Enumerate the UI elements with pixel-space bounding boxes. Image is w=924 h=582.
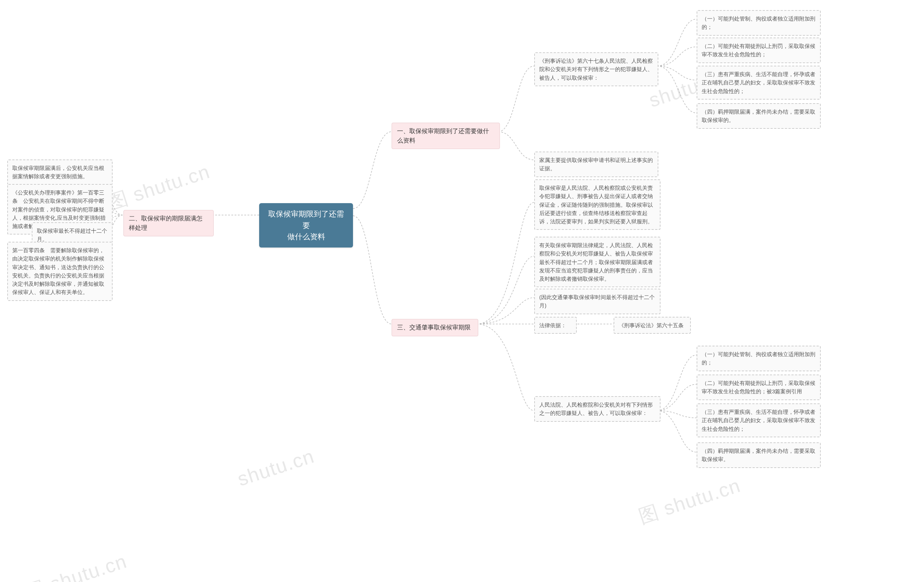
leaf-l3-text: 取保候审最长不得超过十二个月。 [37, 228, 107, 242]
leaf-b3c5-4: （四）羁押期限届满，案件尚未办结，需要采取取保候审。 [696, 442, 821, 468]
leaf-b1c1-1: （一）可能判处管制、拘役或者独立适用附加刑的； [696, 10, 821, 36]
leaf-b3c1: 取保候审是人民法院、人民检察院或公安机关责令犯罪嫌疑人、刑事被告人提出保证人或者… [534, 179, 660, 230]
leaf-b3c3: (因此交通肇事取保候审时间最长不得超过十二个月) [534, 289, 660, 314]
leaf-b1c1-2: （二）可能判处有期徒刑以上刑罚，采取取保候审不致发生社会危险性的； [696, 38, 821, 63]
branch-1-label: 一、取保候审期限到了还需要做什 么资料 [397, 127, 495, 145]
watermark: 图 shutu.cn [21, 548, 130, 582]
leaf-l4-text: 第一百零四条 需要解除取保候审的，由决定取保候审的机关制作解除取保候审决定书、通… [12, 247, 104, 295]
leaf-b3c5-1-text: （一）可能判处管制、拘役或者独立适用附加刑的； [702, 351, 815, 366]
leaf-b3c4-1-text: 《刑事诉讼法》第六十五条 [619, 322, 684, 328]
leaf-b1c1-text: 《刑事诉讼法》第六十七条人民法院、人民检察院和公安机关对有下列情形之一的犯罪嫌疑… [539, 58, 653, 81]
leaf-b1c2-text: 家属主要提供取保候审申请书和证明上述事实的证据。 [539, 157, 653, 171]
leaf-b1c1-4-text: （四）羁押期限届满，案件尚未办结，需要采取取保候审的。 [702, 109, 815, 123]
leaf-b1c1: 《刑事诉讼法》第六十七条人民法院、人民检察院和公安机关对有下列情形之一的犯罪嫌疑… [534, 52, 658, 86]
leaf-b3c5-2-text: （二）可能判处有期徒刑以上刑罚，采取取保候审不致发生社会危险性的；被3篇案例引用 [702, 380, 815, 394]
leaf-b1c1-3-text: （三）患有严重疾病、生活不能自理，怀孕或者正在哺乳自己婴儿的妇女，采取取保候审不… [702, 71, 815, 94]
leaf-b3c1-text: 取保候审是人民法院、人民检察院或公安机关责令犯罪嫌疑人、刑事被告人提出保证人或者… [539, 185, 653, 224]
leaf-l1-text: 取保候审期限届满后，公安机关应当根据案情解除或者变更强制措施。 [12, 165, 104, 179]
leaf-l1: 取保候审期限届满后，公安机关应当根据案情解除或者变更强制措施。 [7, 160, 112, 185]
leaf-b1c1-1-text: （一）可能判处管制、拘役或者独立适用附加刑的； [702, 15, 815, 30]
leaf-b3c5-1: （一）可能判处管制、拘役或者独立适用附加刑的； [696, 346, 821, 371]
watermark: 图 shutu.cn [105, 158, 213, 216]
leaf-b3c5-text: 人民法院、人民检察院和公安机关对有下列情形之一的犯罪嫌疑人、被告人，可以取保候审… [539, 402, 653, 416]
branch-1[interactable]: 一、取保候审期限到了还需要做什 么资料 [392, 123, 500, 149]
leaf-l4: 第一百零四条 需要解除取保候审的，由决定取保候审的机关制作解除取保候审决定书、通… [7, 242, 112, 301]
branch-3[interactable]: 三、交通肇事取保候审期限 [392, 319, 478, 336]
branch-2-label: 二、取保候审的期限届满怎样处理 [129, 215, 203, 231]
branch-3-label: 三、交通肇事取保候审期限 [397, 324, 471, 331]
leaf-b3c2-text: 有关取保候审期限法律规定，人民法院、人民检察院和公安机关对犯罪嫌疑人、被告人取保… [539, 242, 653, 282]
leaf-b3c3-text: (因此交通肇事取保候审时间最长不得超过十二个月) [539, 294, 655, 308]
root-node[interactable]: 取保候审期限到了还需要 做什么资料 [259, 203, 353, 247]
leaf-b1c1-3: （三）患有严重疾病、生活不能自理，怀孕或者正在哺乳自己婴儿的妇女，采取取保候审不… [696, 66, 821, 100]
branch-2[interactable]: 二、取保候审的期限届满怎样处理 [124, 210, 214, 236]
leaf-b3c5-2: （二）可能判处有期徒刑以上刑罚，采取取保候审不致发生社会危险性的；被3篇案例引用 [696, 374, 821, 400]
root-label: 取保候审期限到了还需要 做什么资料 [267, 208, 345, 242]
watermark: shutu.cn [234, 445, 317, 490]
watermark: 图 shutu.cn [635, 472, 744, 530]
leaf-b1c1-2-text: （二）可能判处有期徒刑以上刑罚，采取取保候审不致发生社会危险性的； [702, 43, 815, 58]
leaf-b3c5: 人民法院、人民检察院和公安机关对有下列情形之一的犯罪嫌疑人、被告人，可以取保候审… [534, 396, 660, 422]
leaf-b3c4-text: 法律依据： [539, 322, 566, 328]
leaf-b3c4: 法律依据： [534, 317, 577, 334]
leaf-b3c5-3-text: （三）患有严重疾病、生活不能自理，怀孕或者正在哺乳自己婴儿的妇女，采取取保候审不… [702, 409, 815, 432]
leaf-b3c5-3: （三）患有严重疾病、生活不能自理，怀孕或者正在哺乳自己婴儿的妇女，采取取保候审不… [696, 403, 821, 437]
leaf-b3c5-4-text: （四）羁押期限届满，案件尚未办结，需要采取取保候审。 [702, 448, 815, 462]
leaf-b1c2: 家属主要提供取保候审申请书和证明上述事实的证据。 [534, 152, 658, 177]
leaf-b3c4-1: 《刑事诉讼法》第六十五条 [614, 317, 691, 334]
leaf-b3c2: 有关取保候审期限法律规定，人民法院、人民检察院和公安机关对犯罪嫌疑人、被告人取保… [534, 237, 660, 287]
leaf-b1c1-4: （四）羁押期限届满，案件尚未办结，需要采取取保候审的。 [696, 103, 821, 129]
